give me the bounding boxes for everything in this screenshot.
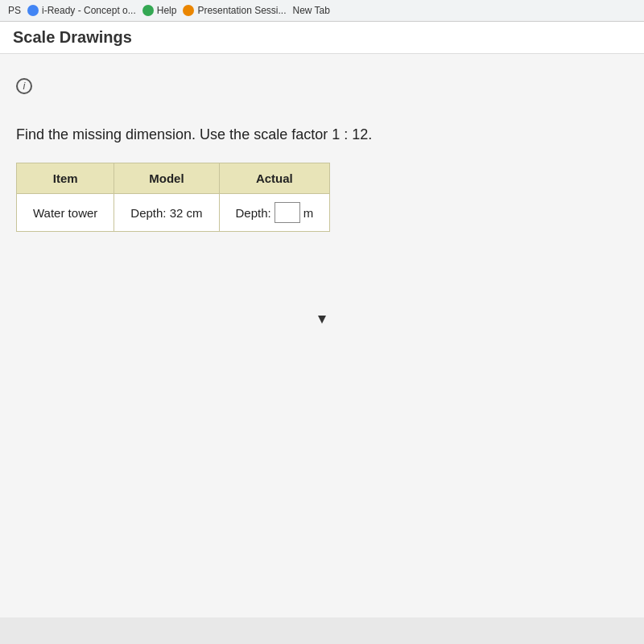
mouse-cursor xyxy=(318,316,326,324)
tab-iready-icon xyxy=(27,5,39,16)
answer-input-box[interactable] xyxy=(275,202,300,223)
actual-cell-container: Depth: m xyxy=(236,202,314,223)
col-header-item: Item xyxy=(17,163,114,194)
table-row: Water tower Depth: 32 cm Depth: m xyxy=(17,194,330,232)
tab-presentation-icon xyxy=(183,5,194,16)
page-title: Scale Drawings xyxy=(13,28,132,46)
main-content: i Find the missing dimension. Use the sc… xyxy=(0,54,644,617)
cell-actual: Depth: m xyxy=(219,194,330,232)
actual-unit: m xyxy=(303,206,314,220)
col-header-actual: Actual xyxy=(219,163,330,194)
tab-newtab[interactable]: New Tab xyxy=(292,5,329,16)
cursor-area xyxy=(16,312,628,327)
tab-help-label: Help xyxy=(157,5,177,16)
page-header: Scale Drawings xyxy=(0,22,644,54)
question-text: Find the missing dimension. Use the scal… xyxy=(16,126,628,143)
tab-help-icon xyxy=(142,5,154,16)
info-icon[interactable]: i xyxy=(16,78,32,94)
actual-depth-label: Depth: xyxy=(236,206,271,220)
tab-iready[interactable]: i-Ready - Concept o... xyxy=(27,5,136,16)
tab-presentation[interactable]: Presentation Sessi... xyxy=(183,5,286,16)
cell-model: Depth: 32 cm xyxy=(114,194,219,232)
tab-iready-label: i-Ready - Concept o... xyxy=(42,5,136,16)
tab-help[interactable]: Help xyxy=(142,5,177,16)
browser-tab-bar: PS i-Ready - Concept o... Help Presentat… xyxy=(0,0,644,22)
tab-ps[interactable]: PS xyxy=(8,5,21,16)
scale-table: Item Model Actual Water tower Depth: 32 … xyxy=(16,163,330,232)
tab-newtab-label: New Tab xyxy=(292,5,329,16)
table-header-row: Item Model Actual xyxy=(17,163,330,194)
col-header-model: Model xyxy=(114,163,219,194)
cell-item: Water tower xyxy=(17,194,114,232)
tab-presentation-label: Presentation Sessi... xyxy=(197,5,286,16)
tab-ps-label: PS xyxy=(8,5,21,16)
